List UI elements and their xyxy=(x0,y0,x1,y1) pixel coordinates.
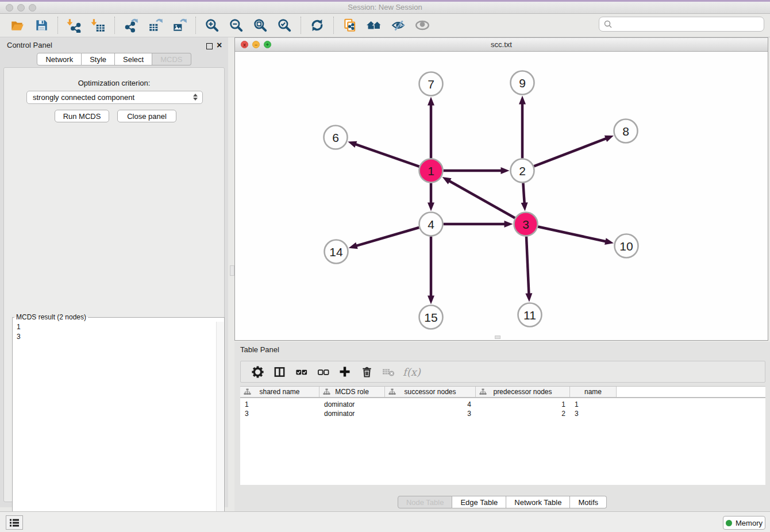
task-history-button[interactable] xyxy=(6,515,23,530)
graph-edge-arrowhead xyxy=(501,167,510,174)
graph-edge-arrowhead xyxy=(505,221,513,228)
hide-panel-eye-icon[interactable] xyxy=(390,17,407,34)
graph-node-label: 14 xyxy=(329,245,343,259)
graph-edge-4-14[interactable] xyxy=(356,228,419,246)
column-header-predecessor-nodes[interactable]: predecessor nodes xyxy=(476,387,570,397)
optimization-criterion-label: Optimization criterion: xyxy=(4,79,224,87)
search-input[interactable] xyxy=(599,17,764,32)
graph-edge-3-11[interactable] xyxy=(526,236,529,294)
select-all-icon[interactable] xyxy=(293,364,309,380)
toolbar-separator xyxy=(57,17,58,34)
save-session-icon[interactable] xyxy=(33,17,50,34)
tab-network[interactable]: Network xyxy=(37,53,82,65)
optimization-criterion-select[interactable]: strongly connected component xyxy=(26,91,203,104)
show-all-networks-icon[interactable] xyxy=(365,17,383,34)
control-panel: Control Panel × Network Style Select MCD… xyxy=(0,37,228,507)
duplicate-network-icon[interactable] xyxy=(341,17,359,34)
cell-successor-nodes: 3 xyxy=(385,409,476,418)
graph-edge-1-6[interactable] xyxy=(355,144,419,167)
close-panel-button[interactable]: Close panel xyxy=(117,110,176,122)
network-window-title: scc.txt xyxy=(235,40,768,49)
graph-node-label: 10 xyxy=(619,240,633,253)
cell-shared-name: 1 xyxy=(240,400,319,409)
graph-edge-arrowhead xyxy=(605,238,614,245)
search-icon xyxy=(603,20,613,29)
cell-shared-name: 3 xyxy=(240,409,319,418)
node-table: shared name MCDS role successor nodes pr… xyxy=(240,386,765,485)
mcds-result-box: MCDS result (2 nodes) 1 3 xyxy=(12,313,225,529)
table-header-row: shared name MCDS role successor nodes pr… xyxy=(240,386,765,398)
zoom-in-icon[interactable] xyxy=(203,17,221,34)
column-type-icon xyxy=(479,388,487,395)
tab-style[interactable]: Style xyxy=(82,53,115,65)
column-header-name[interactable]: name xyxy=(570,387,617,397)
selected-option: strongly connected component xyxy=(33,93,134,102)
result-scrollbar[interactable] xyxy=(216,322,224,527)
graph-node-label: 6 xyxy=(332,131,339,144)
run-mcds-button[interactable]: Run MCDS xyxy=(55,110,109,122)
refresh-icon[interactable] xyxy=(309,17,326,34)
toolbar-separator xyxy=(333,17,334,34)
export-image-icon[interactable] xyxy=(171,17,188,34)
network-window-titlebar[interactable]: x – + scc.txt xyxy=(235,38,768,52)
tab-node-table[interactable]: Node Table xyxy=(398,496,453,508)
mcds-result-list[interactable]: 1 3 xyxy=(13,321,224,342)
window-resize-grip[interactable] xyxy=(495,336,500,339)
graph-edge-2-8[interactable] xyxy=(534,138,607,167)
graph-node-label: 2 xyxy=(519,164,526,178)
column-header-successor-nodes[interactable]: successor nodes xyxy=(385,387,476,397)
accent-strip xyxy=(0,0,770,2)
mcds-tab-content: Optimization criterion: strongly connect… xyxy=(3,67,225,502)
cell-predecessor-nodes: 1 xyxy=(476,400,570,409)
cell-successor-nodes: 4 xyxy=(385,400,476,409)
mcds-result-title: MCDS result (2 nodes) xyxy=(14,313,88,321)
graph-node-label: 4 xyxy=(428,218,434,231)
import-network-icon[interactable] xyxy=(66,17,83,34)
add-row-icon[interactable] xyxy=(337,364,353,380)
zoom-selected-icon[interactable] xyxy=(276,17,293,34)
tab-edge-table[interactable]: Edge Table xyxy=(452,496,506,508)
graph-edge-3-1[interactable] xyxy=(449,180,515,218)
tab-mcds[interactable]: MCDS xyxy=(152,53,191,65)
column-type-icon xyxy=(323,388,330,395)
table-toolbar: f(x) xyxy=(240,361,765,383)
settings-gear-icon[interactable] xyxy=(249,364,265,380)
cell-predecessor-nodes: 2 xyxy=(476,409,570,418)
graph-node-label: 15 xyxy=(424,311,437,324)
zoom-fit-icon[interactable] xyxy=(252,17,269,34)
window-title: Session: New Session xyxy=(0,3,770,11)
zoom-out-icon[interactable] xyxy=(228,17,245,34)
tab-select[interactable]: Select xyxy=(115,53,152,65)
cell-name: 3 xyxy=(570,409,617,418)
graph-edge-2-3[interactable] xyxy=(523,183,524,203)
toolbar-separator xyxy=(195,17,196,34)
graph-node-label: 9 xyxy=(519,76,526,90)
memory-status-dot xyxy=(726,520,732,526)
table-row[interactable]: 3 dominator 3 2 3 xyxy=(240,409,765,418)
network-view-window: x – + scc.txt 7968124314101511 xyxy=(234,37,768,341)
float-panel-icon[interactable] xyxy=(206,41,213,52)
mcds-result-item: 1 xyxy=(17,322,224,332)
panel-splitter-handle[interactable] xyxy=(230,265,234,276)
table-row[interactable]: 1 dominator 4 1 1 xyxy=(240,400,765,409)
memory-button[interactable]: Memory xyxy=(723,516,765,530)
mcds-result-item: 3 xyxy=(17,332,224,342)
graph-edge-3-10[interactable] xyxy=(538,227,606,242)
close-panel-icon[interactable]: × xyxy=(217,42,222,48)
column-header-shared-name[interactable]: shared name xyxy=(240,387,319,397)
tab-network-table[interactable]: Network Table xyxy=(506,496,570,508)
import-table-icon[interactable] xyxy=(90,17,107,34)
preview-eye-icon[interactable] xyxy=(414,17,431,34)
network-canvas[interactable]: 7968124314101511 xyxy=(235,52,768,340)
open-file-icon[interactable] xyxy=(9,17,26,34)
deselect-all-icon[interactable] xyxy=(315,364,331,380)
column-layout-icon[interactable] xyxy=(271,364,287,380)
export-table-icon[interactable] xyxy=(147,17,164,34)
column-header-mcds-role[interactable]: MCDS role xyxy=(319,387,385,397)
export-network-icon[interactable] xyxy=(122,17,140,34)
table-panel-tabs: Node Table Edge Table Network Table Moti… xyxy=(234,496,770,508)
tab-motifs[interactable]: Motifs xyxy=(570,496,607,508)
delete-row-trash-icon[interactable] xyxy=(359,364,375,380)
cell-name: 1 xyxy=(570,400,617,409)
graph-edge-arrowhead xyxy=(428,203,434,211)
